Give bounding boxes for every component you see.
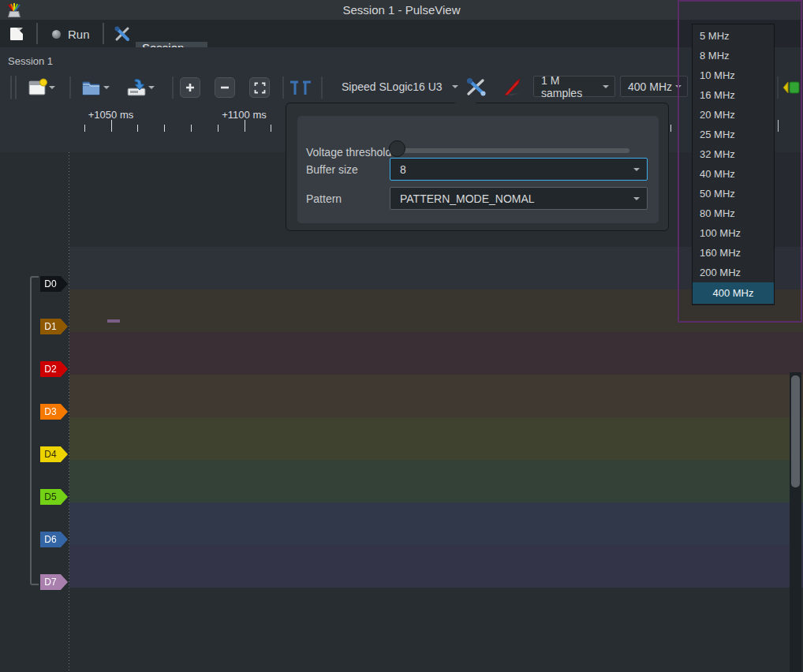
rate-option-5-mhz[interactable]: 5 MHz	[693, 26, 774, 46]
run-state-icon	[52, 30, 61, 39]
trace-band-d7	[69, 545, 803, 588]
channel-flag-d5[interactable]: D5	[40, 489, 68, 505]
trace-left-dotted-line	[69, 152, 69, 672]
voltage-threshold-label: Voltage threshold	[306, 146, 391, 159]
rate-option-25-mhz[interactable]: 25 MHz	[693, 125, 774, 144]
buffer-size-combobox[interactable]: 8	[390, 158, 648, 181]
window-resize-grip	[107, 319, 120, 323]
ruler-minor-tick	[137, 125, 138, 132]
ruler-time-label: +1050 ms	[88, 109, 133, 121]
ruler-minor-tick	[164, 125, 165, 132]
trace-band-d4	[69, 417, 803, 460]
rate-option-80-mhz[interactable]: 80 MHz	[693, 203, 774, 223]
device-config-popup: Voltage threshold Buffer size 8 Pattern …	[286, 103, 669, 231]
channel-flag-d4[interactable]: D4	[40, 446, 68, 462]
scrollbar-thumb[interactable]	[791, 375, 800, 487]
ruler-minor-tick	[271, 125, 271, 132]
channel-name: D7	[40, 577, 61, 588]
rate-option-200-mhz[interactable]: 200 MHz	[693, 263, 774, 282]
channel-name: D0	[40, 278, 61, 289]
buffer-size-value: 8	[400, 163, 406, 176]
toolbar-separator	[36, 23, 38, 44]
channel-name: D5	[40, 491, 61, 502]
slider-handle[interactable]	[389, 140, 405, 157]
toolbar-separator	[103, 23, 104, 44]
ruler-time-label: +1100 ms	[222, 109, 267, 121]
channel-flag-d1[interactable]: D1	[40, 319, 68, 334]
run-button[interactable]: Run	[46, 24, 96, 44]
channel-name: D4	[40, 449, 61, 460]
pulseview-logo-icon	[6, 2, 22, 18]
channel-flag-d6[interactable]: D6	[40, 532, 68, 547]
ruler-minor-tick	[218, 125, 218, 132]
rate-option-8-mhz[interactable]: 8 MHz	[693, 46, 774, 65]
channel-name: D1	[40, 321, 61, 332]
channel-name: D3	[40, 406, 61, 417]
pattern-label: Pattern	[306, 192, 342, 205]
channel-flag-d0[interactable]: D0	[40, 276, 68, 292]
pattern-value: PATTERN_MODE_NOMAL	[400, 192, 535, 205]
ruler-major-tick	[111, 120, 112, 132]
trace-band-d6	[69, 502, 803, 545]
ruler-minor-tick	[84, 125, 85, 132]
channel-name: D6	[40, 534, 61, 545]
rate-option-16-mhz[interactable]: 16 MHz	[693, 85, 774, 105]
device-config-panel: Voltage threshold Buffer size 8 Pattern …	[297, 116, 659, 223]
settings-wrench-icon[interactable]	[114, 26, 132, 42]
vertical-scrollbar[interactable]	[790, 372, 801, 672]
buffer-size-label: Buffer size	[306, 163, 358, 176]
channel-flag-d3[interactable]: D3	[40, 404, 68, 420]
ruler-minor-tick	[670, 125, 671, 132]
pattern-combobox[interactable]: PATTERN_MODE_NOMAL	[390, 187, 648, 210]
run-button-label: Run	[68, 28, 90, 41]
rate-option-400-mhz[interactable]: 400 MHz	[693, 282, 774, 304]
popup-arrow	[454, 94, 476, 103]
new-session-icon	[10, 28, 23, 40]
channel-flag-d7[interactable]: D7	[40, 574, 68, 590]
ruler-major-tick	[245, 120, 245, 132]
trace-band-d5	[69, 460, 803, 502]
channel-group-bracket[interactable]	[30, 276, 39, 585]
chevron-down-icon	[633, 197, 640, 203]
new-session-button[interactable]	[10, 28, 24, 41]
rate-option-20-mhz[interactable]: 20 MHz	[693, 105, 774, 125]
ruler-minor-tick	[191, 125, 192, 132]
rate-option-50-mhz[interactable]: 50 MHz	[693, 184, 774, 203]
trace-band-d2	[69, 332, 803, 375]
channel-flag-d2[interactable]: D2	[40, 361, 68, 377]
chevron-down-icon	[633, 168, 640, 174]
voltage-threshold-slider[interactable]	[395, 148, 629, 153]
trace-band-d3	[69, 375, 803, 417]
sample-rate-dropdown-list[interactable]: 5 MHz8 MHz10 MHz16 MHz20 MHz25 MHz32 MHz…	[692, 24, 775, 305]
rate-option-10-mhz[interactable]: 10 MHz	[693, 65, 774, 85]
channel-name: D2	[40, 364, 61, 375]
rate-option-160-mhz[interactable]: 160 MHz	[693, 243, 774, 263]
rate-option-40-mhz[interactable]: 40 MHz	[693, 164, 774, 184]
rate-option-32-mhz[interactable]: 32 MHz	[693, 144, 774, 164]
rate-option-100-mhz[interactable]: 100 MHz	[693, 223, 774, 243]
